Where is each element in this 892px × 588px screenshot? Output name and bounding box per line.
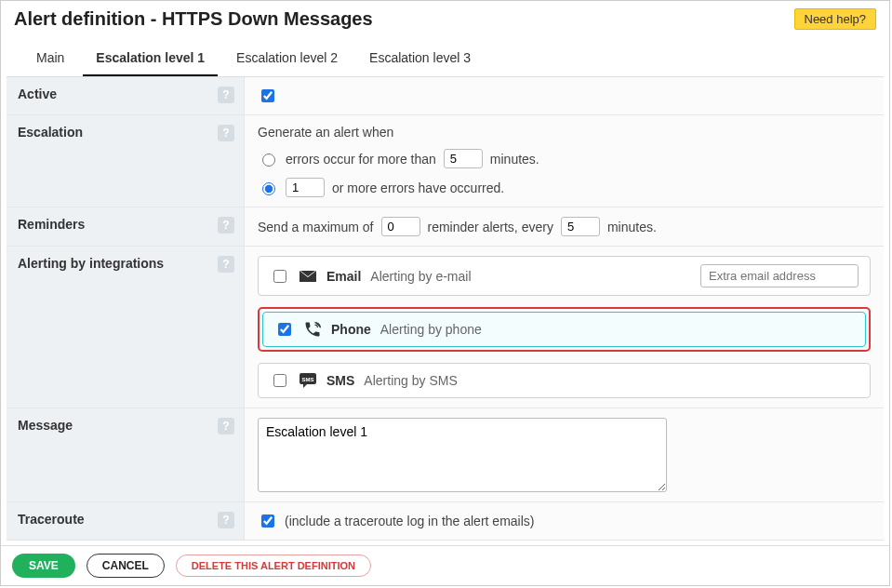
- footer: SAVE CANCEL DELETE THIS ALERT DEFINITION: [1, 545, 889, 585]
- reminders-interval-input[interactable]: [561, 217, 600, 236]
- help-icon[interactable]: ?: [218, 217, 234, 234]
- help-icon[interactable]: ?: [218, 512, 234, 528]
- help-icon[interactable]: ?: [218, 125, 234, 141]
- help-icon[interactable]: ?: [218, 87, 234, 103]
- integration-email-name: Email: [326, 269, 361, 284]
- extra-email-input[interactable]: [700, 264, 859, 287]
- integration-phone-desc: Alerting by phone: [380, 322, 482, 337]
- integration-phone[interactable]: Phone Alerting by phone: [262, 312, 866, 347]
- save-button[interactable]: SAVE: [12, 554, 75, 578]
- help-icon[interactable]: ?: [218, 418, 234, 434]
- help-button[interactable]: Need help?: [794, 8, 877, 30]
- tab-escalation-1[interactable]: Escalation level 1: [83, 43, 218, 76]
- integration-email-desc: Alerting by e-mail: [370, 269, 471, 284]
- label-integrations-text: Alerting by integrations: [18, 256, 164, 271]
- delete-button[interactable]: DELETE THIS ALERT DEFINITION: [176, 555, 371, 577]
- escalation-radio-count[interactable]: [262, 182, 275, 195]
- label-reminders-text: Reminders: [18, 217, 85, 232]
- tabs: Main Escalation level 1 Escalation level…: [7, 33, 884, 77]
- reminders-b: reminder alerts, every: [428, 220, 553, 234]
- escalation-duration-input[interactable]: [444, 149, 483, 168]
- label-traceroute-text: Traceroute: [18, 512, 85, 527]
- label-escalation: Escalation ?: [7, 115, 245, 207]
- content-scroll[interactable]: Main Escalation level 1 Escalation level…: [7, 33, 884, 545]
- integration-sms-name: SMS: [326, 373, 354, 388]
- integration-email-checkbox[interactable]: [273, 270, 286, 283]
- label-message: Message ?: [7, 408, 245, 501]
- integration-phone-checkbox[interactable]: [278, 323, 291, 336]
- integration-email[interactable]: Email Alerting by e-mail: [258, 256, 871, 296]
- reminders-a: Send a maximum of: [258, 220, 374, 234]
- escalation-count-input[interactable]: [286, 178, 325, 197]
- traceroute-checkbox[interactable]: [261, 514, 274, 528]
- active-checkbox[interactable]: [261, 89, 274, 102]
- escalation-opt1-a: errors occur for more than: [286, 152, 436, 167]
- reminders-c: minutes.: [607, 220, 657, 234]
- email-icon: [299, 267, 317, 286]
- label-message-text: Message: [18, 418, 73, 433]
- label-integrations: Alerting by integrations ?: [7, 247, 245, 408]
- label-reminders: Reminders ?: [7, 207, 245, 246]
- sms-icon: SMS: [299, 371, 317, 390]
- label-active: Active ?: [7, 77, 245, 114]
- escalation-opt2-b: or more errors have occurred.: [332, 180, 504, 195]
- integration-phone-name: Phone: [331, 322, 371, 337]
- integration-sms-desc: Alerting by SMS: [364, 373, 457, 388]
- label-escalation-text: Escalation: [18, 125, 83, 140]
- label-active-text: Active: [18, 87, 57, 101]
- integration-phone-highlight: Phone Alerting by phone: [258, 307, 871, 352]
- phone-icon: [303, 320, 322, 339]
- tab-escalation-2[interactable]: Escalation level 2: [223, 43, 351, 76]
- escalation-intro: Generate an alert when: [258, 125, 871, 140]
- reminders-max-input[interactable]: [381, 217, 420, 236]
- page-title: Alert definition - HTTPS Down Messages: [14, 8, 373, 30]
- cancel-button[interactable]: CANCEL: [87, 554, 165, 578]
- integration-sms-checkbox[interactable]: [273, 374, 286, 387]
- traceroute-text: (include a traceroute log in the alert e…: [285, 514, 534, 528]
- label-traceroute: Traceroute ?: [7, 502, 245, 540]
- tab-escalation-3[interactable]: Escalation level 3: [356, 43, 484, 76]
- message-textarea[interactable]: [258, 418, 667, 492]
- svg-text:SMS: SMS: [301, 377, 313, 382]
- help-icon[interactable]: ?: [218, 256, 234, 273]
- integration-sms[interactable]: SMS SMS Alerting by SMS: [258, 363, 871, 398]
- escalation-radio-duration[interactable]: [262, 154, 275, 167]
- escalation-opt1-b: minutes.: [490, 152, 539, 167]
- tab-main[interactable]: Main: [23, 43, 77, 76]
